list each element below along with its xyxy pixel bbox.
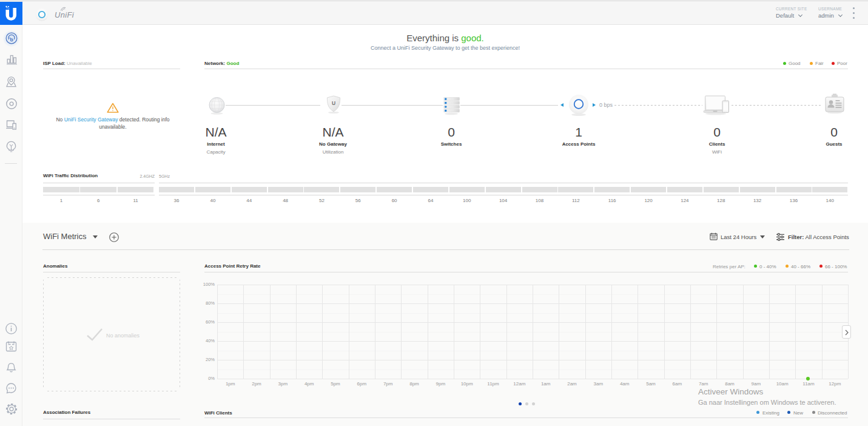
svg-text:U: U — [332, 100, 335, 106]
